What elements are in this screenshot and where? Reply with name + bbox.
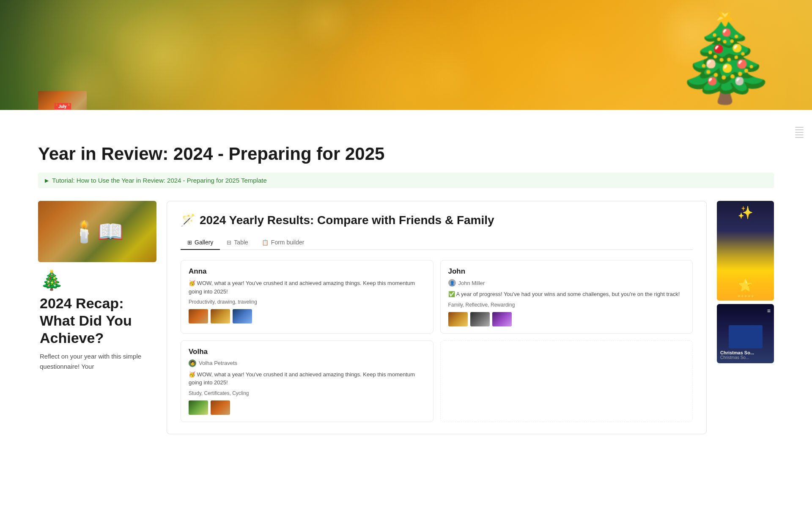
tab-gallery[interactable]: ⊞ Gallery <box>181 236 220 250</box>
thumb-john-2 <box>470 312 490 326</box>
author-avatar-volha: 🧑 <box>189 359 196 367</box>
right-card-subtitle: Christmas So... <box>720 355 771 360</box>
form-icon: 📋 <box>262 239 269 246</box>
table-icon: ⊟ <box>227 239 231 246</box>
arrow-icon: ▶ <box>45 178 49 184</box>
gallery-card-john[interactable]: John 👤 John Miller ✅ A year of progress!… <box>440 260 693 334</box>
right-card-title: Christmas So... <box>720 350 771 355</box>
card-name-john: John <box>448 267 685 276</box>
scroll-line-3 <box>795 132 804 133</box>
thumb-volha-1 <box>189 400 208 415</box>
card-title-emoji: 🪄 <box>181 213 195 227</box>
tutorial-text: Tutorial: How to Use the Year in Review:… <box>52 177 267 184</box>
card-desc-anna: 🥳 WOW, what a year! You've crushed it an… <box>189 279 425 296</box>
left-panel: 🕯️📖 🎄 2024 Recap: What Did You Achieve? … <box>38 201 156 375</box>
hero-banner: 📅 <box>0 0 812 110</box>
author-name-volha: Volha Petravets <box>199 360 237 366</box>
tabs-bar: ⊞ Gallery ⊟ Table 📋 Form builder <box>181 236 693 250</box>
card-tags-anna: Productivity, drawing, traveling <box>189 299 425 305</box>
scroll-line-2 <box>795 129 804 130</box>
scrollbar-hints <box>795 127 804 138</box>
scroll-line-1 <box>795 127 804 128</box>
left-image: 🕯️📖 <box>38 201 156 262</box>
card-images-john <box>448 312 685 326</box>
gallery-card-anna[interactable]: Anna 🥳 WOW, what a year! You've crushed … <box>181 260 433 334</box>
card-author-john: 👤 John Miller <box>448 279 685 287</box>
left-body: Reflect on your year with this simple qu… <box>40 351 155 372</box>
tab-gallery-label: Gallery <box>195 239 213 246</box>
card-name-volha: Volha <box>189 348 425 356</box>
bokeh-overlay <box>0 0 812 110</box>
card-tags-volha: Study, Certificates, Cycling <box>189 390 425 396</box>
card-desc-john: ✅ A year of progress! You've had your wi… <box>448 290 685 299</box>
gallery-icon: ⊞ <box>187 239 192 246</box>
two-col-layout: 🕯️📖 🎄 2024 Recap: What Did You Achieve? … <box>38 201 774 434</box>
page-icon-image: 📅 <box>38 91 87 110</box>
card-images-anna <box>189 309 425 323</box>
gallery-grid: Anna 🥳 WOW, what a year! You've crushed … <box>181 260 693 422</box>
author-avatar-john: 👤 <box>448 279 456 287</box>
thumb-anna-2 <box>211 309 230 323</box>
thumb-anna-3 <box>233 309 252 323</box>
card-title-text: 2024 Yearly Results: Compare with Friend… <box>200 214 494 227</box>
blue-thumbnail <box>729 325 763 348</box>
author-name-john: John Miller <box>458 280 485 286</box>
card-author-volha: 🧑 Volha Petravets <box>189 359 425 367</box>
right-image-top: 🌟 ✦✦✦✦✦ <box>717 201 774 301</box>
tab-table-label: Table <box>234 239 248 246</box>
tab-form-builder[interactable]: 📋 Form builder <box>255 236 311 250</box>
gallery-card-volha[interactable]: Volha 🧑 Volha Petravets 🥳 WOW, what a ye… <box>181 340 433 422</box>
left-image-emoji: 🕯️📖 <box>71 219 123 244</box>
card-images-volha <box>189 400 425 415</box>
tab-form-label: Form builder <box>271 239 304 246</box>
left-text-block: 🎄 2024 Recap: What Did You Achieve? Refl… <box>38 262 156 375</box>
tutorial-callout[interactable]: ▶ Tutorial: How to Use the Year in Revie… <box>38 173 774 188</box>
thumb-john-1 <box>448 312 468 326</box>
main-content: Year in Review: 2024 - Preparing for 202… <box>0 110 812 451</box>
gallery-empty-slot <box>440 340 693 422</box>
left-heading: 2024 Recap: What Did You Achieve? <box>40 295 155 346</box>
page-icon: 📅 <box>38 91 87 110</box>
right-panel: 🌟 ✦✦✦✦✦ ≡ Christmas So... Christmas So..… <box>717 201 774 363</box>
tree-emoji: 🎄 <box>40 269 155 291</box>
thumb-volha-2 <box>211 400 230 415</box>
card-desc-volha: 🥳 WOW, what a year! You've crushed it an… <box>189 370 425 387</box>
tab-table[interactable]: ⊟ Table <box>220 236 255 250</box>
thumb-anna-1 <box>189 309 208 323</box>
page-title: Year in Review: 2024 - Preparing for 202… <box>38 144 774 164</box>
card-tags-john: Family, Reflective, Rewarding <box>448 302 685 308</box>
main-card: 🪄 2024 Yearly Results: Compare with Frie… <box>167 201 707 434</box>
scroll-line-4 <box>795 134 804 135</box>
card-title: 🪄 2024 Yearly Results: Compare with Frie… <box>181 213 693 227</box>
menu-icon: ≡ <box>767 307 771 314</box>
scroll-line-5 <box>795 137 804 138</box>
thumb-john-3 <box>492 312 512 326</box>
card-name-anna: Anna <box>189 267 425 276</box>
right-card-bottom[interactable]: ≡ Christmas So... Christmas So... <box>717 304 774 363</box>
